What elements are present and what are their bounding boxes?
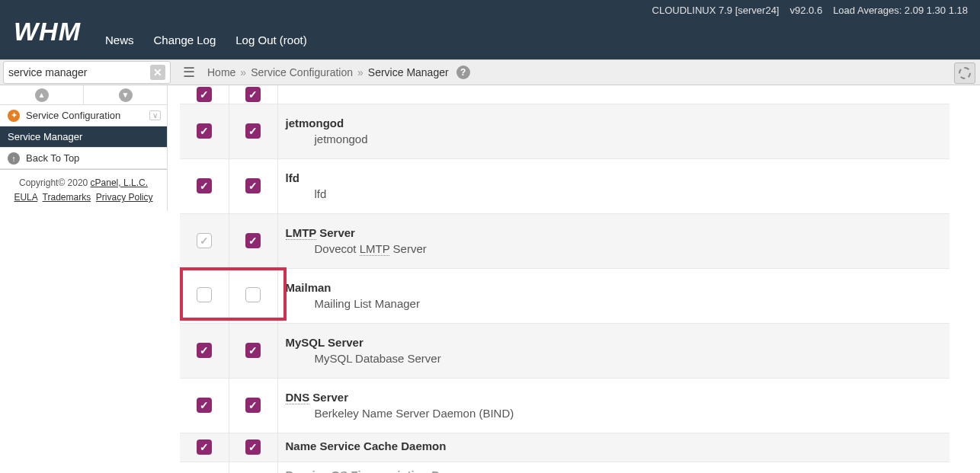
check-icon: ✓ xyxy=(200,441,209,453)
checkbox-checked[interactable]: ✓ xyxy=(197,123,212,139)
table-row: ✓✓MySQL ServerMySQL Database Server xyxy=(180,323,950,378)
copyright-text: Copyright© 2020 xyxy=(19,177,91,188)
checkbox-checked[interactable]: ✓ xyxy=(197,87,212,102)
enabled-cell: ✓ xyxy=(180,158,229,213)
monitor-cell: ✓ xyxy=(229,85,277,104)
service-info-cell xyxy=(277,85,950,104)
nav-news[interactable]: News xyxy=(105,34,134,46)
check-icon: ✓ xyxy=(248,441,258,453)
checkbox-checked[interactable]: ✓ xyxy=(197,178,212,193)
breadcrumb-current: Service Manager xyxy=(368,66,449,78)
checkbox-checked[interactable]: ✓ xyxy=(245,178,261,193)
table-row: ✓✓ xyxy=(180,85,950,104)
checkbox-checked[interactable]: ✓ xyxy=(245,398,261,413)
status-version: v92.0.6 xyxy=(789,5,822,16)
status-os: CLOUDLINUX 7.9 [server24] xyxy=(652,5,780,16)
breadcrumb-sep: » xyxy=(357,66,363,78)
monitor-cell: ✓ xyxy=(229,433,277,462)
settings-button[interactable] xyxy=(954,62,975,84)
checkbox-unchecked[interactable] xyxy=(197,287,212,302)
checkbox-checked[interactable]: ✓ xyxy=(197,343,212,358)
sidebar-item-back-to-top[interactable]: ↑ Back To Top xyxy=(0,148,167,169)
table-row: ✓✓LMTP ServerDovecot LMTP Server xyxy=(180,213,950,268)
menu-toggle-icon[interactable]: ☰ xyxy=(178,64,200,81)
sidebar-item-service-configuration[interactable]: ✦ Service Configuration ∨ xyxy=(0,105,167,126)
monitor-cell: ✓ xyxy=(229,158,277,213)
check-icon: ✓ xyxy=(200,344,209,356)
checkbox-unchecked[interactable] xyxy=(245,287,261,302)
service-title: Name Service Cache Daemon xyxy=(286,439,943,452)
checkbox-checked[interactable]: ✓ xyxy=(197,398,212,413)
breadcrumb-sep: » xyxy=(240,66,246,78)
sidebar: ▲ ▼ ✦ Service Configuration ∨ Service Ma… xyxy=(0,85,168,211)
checkbox-checked[interactable]: ✓ xyxy=(245,87,261,102)
breadcrumb-home[interactable]: Home xyxy=(207,66,235,78)
company-link[interactable]: cPanel, L.L.C. xyxy=(91,177,148,188)
check-icon: ✓ xyxy=(248,180,258,192)
breadcrumb-bar: ✕ ☰ Home » Service Configuration » Servi… xyxy=(0,59,980,85)
service-info-cell: lfdlfd xyxy=(277,158,950,213)
breadcrumb: Home » Service Configuration » Service M… xyxy=(207,66,470,79)
table-row: MailmanMailing List Manager xyxy=(180,268,950,323)
privacy-link[interactable]: Privacy Policy xyxy=(96,192,153,203)
eula-link[interactable]: EULA xyxy=(14,192,37,203)
table-row: ✓✓lfdlfd xyxy=(180,158,950,213)
status-bar: CLOUDLINUX 7.9 [server24] v92.0.6 Load A… xyxy=(652,5,968,16)
service-title: Passive OS Fingerprinting Daemon xyxy=(286,468,943,474)
enabled-cell: ✓ xyxy=(180,213,229,268)
search-input[interactable] xyxy=(8,63,150,81)
check-icon: ✓ xyxy=(248,399,258,411)
service-title: DNS Server xyxy=(286,391,943,404)
chevron-down-icon: ∨ xyxy=(149,110,161,120)
service-title: jetmongod xyxy=(286,117,943,129)
arrow-down-icon: ▼ xyxy=(119,88,133,102)
checkbox-checked[interactable]: ✓ xyxy=(245,233,261,248)
trademarks-link[interactable]: Trademarks xyxy=(43,192,91,203)
nav-up-button[interactable]: ▲ xyxy=(0,85,84,104)
nav-logout[interactable]: Log Out (root) xyxy=(235,34,306,46)
checkbox-checked[interactable]: ✓ xyxy=(197,439,212,455)
check-icon: ✓ xyxy=(248,125,258,137)
main-content: ✓✓✓✓jetmongodjetmongod✓✓lfdlfd✓✓LMTP Ser… xyxy=(172,85,980,473)
checkbox-checked[interactable]: ✓ xyxy=(245,343,261,358)
sidebar-item-label: Service Configuration xyxy=(26,110,120,121)
service-description: Mailing List Manager xyxy=(286,297,943,310)
help-icon[interactable]: ? xyxy=(456,66,470,79)
enabled-cell: ✓ xyxy=(180,378,229,433)
checkbox-disabled: ✓ xyxy=(197,233,212,248)
check-icon: ✓ xyxy=(248,88,258,101)
nav-links: News Change Log Log Out (root) xyxy=(105,34,307,46)
monitor-cell xyxy=(229,268,277,323)
service-title: LMTP Server xyxy=(286,226,943,239)
nav-down-button[interactable]: ▼ xyxy=(84,85,167,104)
service-description: Berkeley Name Server Daemon (BIND) xyxy=(286,407,943,420)
logo[interactable]: WHM xyxy=(14,17,81,46)
check-icon: ✓ xyxy=(200,235,209,247)
nav-arrows: ▲ ▼ xyxy=(0,85,167,105)
service-description: lfd xyxy=(286,187,943,200)
service-title: lfd xyxy=(286,171,943,184)
checkbox-checked[interactable]: ✓ xyxy=(245,123,261,139)
sidebar-item-label: Back To Top xyxy=(26,152,79,164)
table-row: Passive OS Fingerprinting Daemon xyxy=(180,462,950,473)
breadcrumb-section[interactable]: Service Configuration xyxy=(251,66,353,78)
service-info-cell: MySQL ServerMySQL Database Server xyxy=(277,323,950,378)
checkbox-checked[interactable]: ✓ xyxy=(245,439,261,455)
search-wrap: ✕ xyxy=(3,61,171,84)
service-info-cell: Name Service Cache Daemon xyxy=(277,433,950,462)
nav-changelog[interactable]: Change Log xyxy=(154,34,216,46)
service-table: ✓✓✓✓jetmongodjetmongod✓✓lfdlfd✓✓LMTP Ser… xyxy=(180,85,950,473)
sidebar-item-service-manager[interactable]: Service Manager xyxy=(0,126,167,148)
check-icon: ✓ xyxy=(248,344,258,356)
service-title: Mailman xyxy=(286,281,943,294)
clear-search-button[interactable]: ✕ xyxy=(150,65,165,80)
footer-copyright: Copyright© 2020 cPanel, L.L.C. EULA Trad… xyxy=(0,169,167,211)
service-description: MySQL Database Server xyxy=(286,352,943,365)
gear-icon: ✦ xyxy=(8,110,20,122)
sidebar-item-label: Service Manager xyxy=(8,131,82,142)
logo-text: WHM xyxy=(14,17,81,46)
monitor-cell: ✓ xyxy=(229,213,277,268)
abbr: DNS xyxy=(286,391,310,404)
monitor-cell: ✓ xyxy=(229,104,277,158)
monitor-cell: ✓ xyxy=(229,378,277,433)
